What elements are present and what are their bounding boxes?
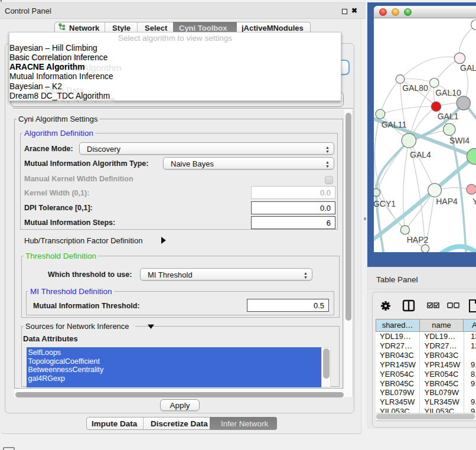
svg-text:HAP4: HAP4 xyxy=(436,197,458,206)
svg-text:SWI4: SWI4 xyxy=(449,136,470,145)
svg-text:HAP2: HAP2 xyxy=(407,235,429,244)
svg-text:GAL80: GAL80 xyxy=(402,83,428,93)
svg-text:GAL7: GAL7 xyxy=(460,63,476,73)
svg-text:GCY1: GCY1 xyxy=(374,199,396,208)
svg-text:GAL10: GAL10 xyxy=(435,88,461,97)
svg-text:GAL1: GAL1 xyxy=(438,112,459,121)
svg-text:GAL11: GAL11 xyxy=(382,120,407,129)
svg-text:GAL4: GAL4 xyxy=(410,150,431,159)
svg-text:Y: Y xyxy=(472,197,476,206)
